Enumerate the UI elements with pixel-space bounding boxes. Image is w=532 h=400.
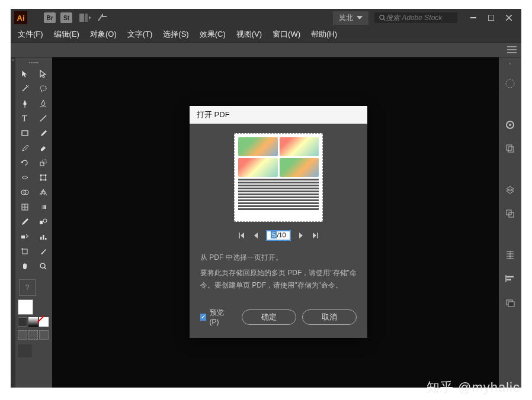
svg-line-12: [23, 87, 27, 91]
fill-swatch[interactable]: [18, 299, 33, 315]
svg-point-27: [44, 174, 46, 176]
svg-rect-54: [508, 147, 514, 152]
bridge-chip-icon[interactable]: Br: [44, 12, 56, 23]
screen-mode-icon[interactable]: [18, 344, 32, 357]
stock-chip-icon[interactable]: St: [60, 12, 72, 23]
direct-selection-tool-icon[interactable]: [34, 66, 52, 81]
first-page-button[interactable]: [238, 231, 246, 240]
menu-window[interactable]: 窗口(W): [273, 29, 300, 40]
layers-panel-icon[interactable]: [504, 183, 517, 196]
search-box[interactable]: [374, 12, 457, 23]
shape-builder-tool-icon[interactable]: [15, 185, 34, 199]
pdf-preview: [234, 133, 323, 222]
gradient-mode-icon[interactable]: [28, 317, 38, 327]
next-page-button[interactable]: [297, 231, 305, 240]
svg-rect-23: [40, 162, 44, 166]
menu-edit[interactable]: 编辑(E): [54, 29, 79, 40]
app-window: Ai Br St 莫北 文件(F) 编辑(E) 对象(O) 文字(T) 选择(S…: [11, 9, 521, 388]
minimize-button[interactable]: [464, 11, 482, 24]
search-input[interactable]: [386, 14, 453, 22]
menu-effect[interactable]: 效果(C): [200, 29, 226, 40]
line-tool-icon[interactable]: [34, 111, 52, 125]
menu-view[interactable]: 视图(V): [236, 29, 262, 40]
svg-rect-25: [41, 175, 46, 180]
svg-point-50: [506, 79, 514, 88]
preview-checkbox[interactable]: ✓: [200, 314, 206, 321]
preview-checkbox-row[interactable]: ✓ 预览 (P): [200, 308, 230, 326]
gradient-tool-icon[interactable]: [34, 199, 52, 214]
free-transform-tool-icon[interactable]: [34, 170, 52, 185]
svg-point-48: [40, 263, 45, 268]
rectangle-tool-icon[interactable]: [15, 125, 34, 140]
arrange-icon[interactable]: [79, 14, 91, 22]
pathfinder-panel-icon[interactable]: [504, 272, 517, 285]
svg-rect-1: [85, 14, 88, 22]
menu-file[interactable]: 文件(F): [18, 29, 43, 40]
close-button[interactable]: [500, 11, 518, 24]
svg-rect-6: [470, 17, 476, 18]
column-graph-tool-icon[interactable]: [34, 229, 52, 244]
draw-inside-icon[interactable]: [39, 330, 49, 340]
transform-panel-icon[interactable]: [504, 296, 517, 309]
curvature-tool-icon[interactable]: [34, 96, 52, 111]
draw-normal-icon[interactable]: [18, 330, 27, 340]
prev-page-button[interactable]: [252, 231, 260, 240]
selection-tool-icon[interactable]: [15, 66, 34, 81]
menu-select[interactable]: 选择(S): [163, 29, 188, 40]
cancel-button[interactable]: 取消: [302, 309, 357, 325]
svg-line-49: [44, 267, 46, 269]
svg-line-14: [26, 85, 27, 86]
appearance-panel-icon[interactable]: [504, 77, 517, 90]
mesh-tool-icon[interactable]: [15, 199, 34, 214]
align-panel-icon[interactable]: [504, 249, 517, 262]
width-tool-icon[interactable]: [15, 170, 34, 185]
pen-tool-icon[interactable]: [15, 96, 34, 111]
user-menu[interactable]: 莫北: [333, 11, 368, 25]
shaper-tool-icon[interactable]: [15, 140, 34, 155]
eraser-tool-icon[interactable]: [34, 140, 52, 155]
zoom-tool-icon[interactable]: [34, 259, 52, 273]
scale-tool-icon[interactable]: [34, 155, 52, 170]
sync-icon[interactable]: [97, 14, 108, 22]
magic-wand-tool-icon[interactable]: [15, 81, 34, 96]
search-icon: [379, 14, 386, 21]
eyedropper-tool-icon[interactable]: [15, 214, 34, 229]
artboard-tool-icon[interactable]: [15, 244, 34, 259]
toolbox: •••••• T: [15, 57, 52, 388]
color-mode-icon[interactable]: [18, 317, 27, 327]
symbol-sprayer-tool-icon[interactable]: [15, 229, 34, 244]
menu-bar: 文件(F) 编辑(E) 对象(O) 文字(T) 选择(S) 效果(C) 视图(V…: [11, 27, 521, 42]
svg-line-15: [28, 85, 28, 86]
lasso-tool-icon[interactable]: [34, 81, 52, 96]
rotate-tool-icon[interactable]: [15, 155, 34, 170]
asset-export-panel-icon[interactable]: [504, 207, 517, 220]
menu-object[interactable]: 对象(O): [90, 29, 117, 40]
draw-behind-icon[interactable]: [28, 330, 38, 340]
svg-marker-3: [357, 16, 363, 20]
hand-tool-icon[interactable]: [15, 259, 34, 273]
open-pdf-dialog: 打开 PDF 5/10: [190, 106, 367, 338]
paintbrush-tool-icon[interactable]: [34, 125, 52, 140]
svg-point-26: [40, 174, 41, 176]
fill-stroke-toggle[interactable]: ?: [19, 279, 36, 296]
slice-tool-icon[interactable]: [34, 244, 52, 259]
menu-type[interactable]: 文字(T): [127, 29, 153, 40]
type-tool-icon[interactable]: T: [15, 111, 34, 125]
artboards-panel-icon[interactable]: [504, 142, 517, 155]
svg-point-13: [27, 86, 28, 87]
svg-line-5: [383, 19, 385, 21]
maximize-button[interactable]: [482, 11, 500, 24]
panel-menu-icon[interactable]: [507, 46, 517, 53]
svg-rect-7: [488, 15, 494, 21]
perspective-grid-tool-icon[interactable]: [34, 185, 52, 199]
menu-help[interactable]: 帮助(H): [311, 29, 337, 40]
ok-button[interactable]: 确定: [242, 309, 296, 325]
last-page-button[interactable]: [311, 231, 319, 240]
title-bar: Ai Br St 莫北: [11, 9, 521, 27]
libraries-panel-icon[interactable]: [504, 118, 517, 131]
none-mode-icon[interactable]: [39, 317, 49, 327]
ai-logo-icon: Ai: [14, 11, 27, 24]
svg-rect-43: [43, 235, 44, 240]
blend-tool-icon[interactable]: [34, 214, 52, 229]
page-number-input[interactable]: 5/10: [266, 230, 291, 241]
